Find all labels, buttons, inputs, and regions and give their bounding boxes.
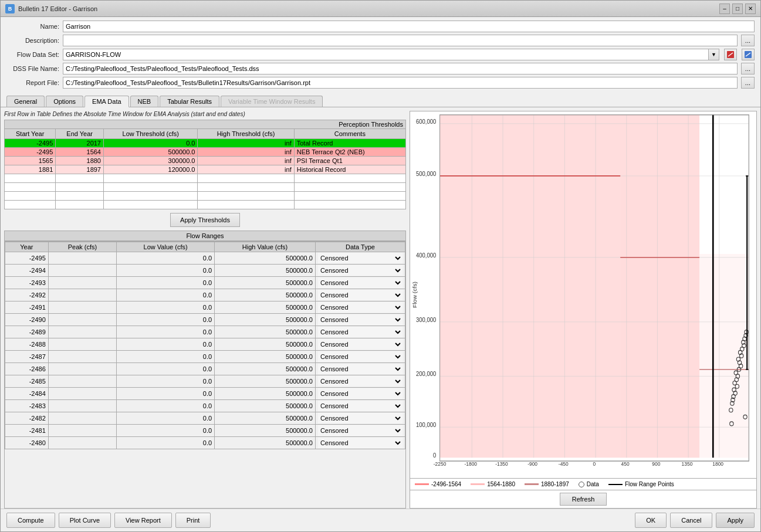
data-type-select[interactable]: Censored [318,401,403,411]
cell-high[interactable]: inf [198,157,294,165]
legend-item-3: 1880-1897 [525,481,569,487]
table-row: -2492 0.0500000.0Censored [5,289,405,301]
col-peak: Peak (cfs) [48,242,116,252]
table-row: -2481 0.0500000.0Censored [5,425,405,437]
cell-high[interactable]: inf [198,148,294,157]
cell-start-year[interactable] [5,174,56,183]
data-type-select[interactable]: Censored [318,364,403,374]
chart-legend: -2496-1564 1564-1880 1880-1897 Data Flow… [410,479,757,490]
cell-end-year[interactable]: 2017 [56,139,104,148]
legend-label-1: -2496-1564 [431,481,461,487]
svg-text:400,000: 400,000 [416,252,437,259]
name-row: Name: [6,21,755,32]
description-browse-button[interactable]: ... [741,35,755,46]
table-row [5,183,406,192]
data-type-select[interactable]: Censored [318,351,403,362]
cell-low[interactable]: 500000.0 [104,148,198,157]
refresh-button[interactable]: Refresh [560,493,607,506]
flow-data-set-label: Flow Data Set: [6,51,59,58]
data-type-select[interactable]: Censored [318,376,403,387]
data-type-select[interactable]: Censored [318,413,403,423]
col-data-type: Data Type [315,242,405,252]
cell-high[interactable]: inf [198,165,294,174]
cell-comment[interactable]: NEB Terrace Qt2 (NEB) [294,148,405,157]
app-icon: B [5,4,15,13]
tab-general[interactable]: General [6,96,45,107]
report-file-input[interactable] [63,77,738,89]
cell-comment[interactable] [294,174,405,183]
cell-end-year[interactable]: 1880 [56,157,104,165]
print-button[interactable]: Print [175,513,211,528]
cell-low[interactable] [104,174,198,183]
dss-file-input[interactable] [63,63,738,74]
table-row: -2484 0.0500000.0Censored [5,388,405,400]
data-type-select[interactable]: Censored [318,290,403,300]
flow-data-set-icon2[interactable] [742,49,755,60]
cancel-button[interactable]: Cancel [670,513,712,528]
tab-ema-data[interactable]: EMA Data [84,96,129,107]
data-type-select[interactable]: Censored [318,302,403,313]
data-type-select[interactable]: Censored [318,327,403,337]
minimize-button[interactable]: – [719,4,730,14]
compute-button[interactable]: Compute [6,513,55,528]
legend-label-flow: Flow Range Points [625,481,674,487]
flow-data-set-icon1[interactable] [724,49,737,60]
data-type-select[interactable]: Censored [318,438,403,448]
ok-button[interactable]: OK [635,513,667,528]
svg-text:0: 0 [433,452,437,459]
svg-text:600,000: 600,000 [416,118,437,125]
maximize-button[interactable]: □ [732,4,743,14]
cell-comment[interactable]: Total Record [294,139,405,148]
flow-ranges-scroll[interactable]: Year Peak (cfs) Low Value (cfs) High Val… [4,241,406,509]
titlebar-controls: – □ ✕ [719,4,756,14]
flow-data-set-input[interactable] [63,49,709,60]
svg-text:200,000: 200,000 [416,371,437,378]
plot-curve-button[interactable]: Plot Curve [59,513,111,528]
svg-text:900: 900 [652,461,660,467]
cell-comment[interactable]: PSI Terrace Qt1 [294,157,405,165]
cell-start-year[interactable]: -2495 [5,139,56,148]
table-row: -2491 0.0500000.0Censored [5,301,405,314]
close-button[interactable]: ✕ [745,4,756,14]
cell-end-year[interactable]: 1897 [56,165,104,174]
legend-label-2: 1564-1880 [487,481,515,487]
cell-end-year[interactable]: 1564 [56,148,104,157]
cell-start-year[interactable]: -2495 [5,148,56,157]
tab-options[interactable]: Options [46,96,83,107]
dss-file-browse-button[interactable]: ... [741,63,755,74]
cell-start-year[interactable]: 1565 [5,157,56,165]
table-row: -2480 0.0500000.0Censored [5,437,405,449]
cell-low[interactable]: 120000.0 [104,165,198,174]
cell-start-year[interactable]: 1881 [5,165,56,174]
tab-neb[interactable]: NEB [130,96,159,107]
data-type-select[interactable]: Censored [318,314,403,325]
data-type-select[interactable]: Censored [318,388,403,399]
cell-high[interactable]: inf [198,139,294,148]
cell-comment[interactable]: Historical Record [294,165,405,174]
cell-end-year[interactable] [56,174,104,183]
description-input[interactable] [63,35,738,46]
cell-high[interactable] [198,174,294,183]
data-type-select[interactable]: Censored [318,253,403,263]
data-type-select[interactable]: Censored [318,265,403,276]
cell-low[interactable]: 300000.0 [104,157,198,165]
flow-data-set-dropdown[interactable]: ▼ [709,49,719,60]
data-type-select[interactable]: Censored [318,277,403,288]
svg-text:Flow (cfs): Flow (cfs) [411,282,417,308]
description-label: Description: [6,37,59,44]
data-type-select[interactable]: Censored [318,339,403,350]
name-input[interactable] [63,21,755,32]
view-report-button[interactable]: View Report [114,513,172,528]
tab-tabular-results[interactable]: Tabular Results [160,96,219,107]
legend-item-2: 1564-1880 [471,481,515,487]
cell-low[interactable]: 0.0 [104,139,198,148]
data-type-select[interactable]: Censored [318,425,403,436]
apply-thresholds-button[interactable]: Apply Thresholds [170,213,240,227]
table-row [5,174,406,183]
report-file-browse-button[interactable]: ... [741,77,755,89]
apply-button[interactable]: Apply [716,513,755,528]
name-label: Name: [6,23,59,30]
table-row: -2482 0.0500000.0Censored [5,412,405,425]
svg-rect-15 [620,176,699,458]
legend-line-3 [525,483,539,485]
